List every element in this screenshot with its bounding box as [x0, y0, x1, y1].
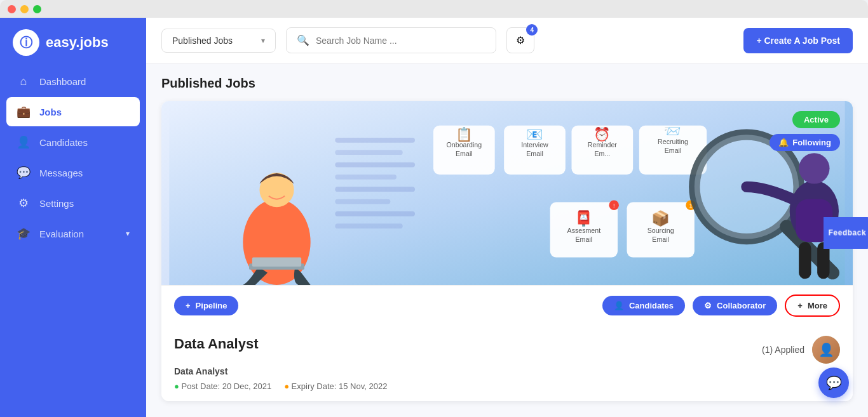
- graduation-icon: 🎓: [17, 227, 31, 241]
- svg-rect-7: [335, 162, 415, 168]
- chat-button[interactable]: 💬: [818, 367, 849, 398]
- chat-icon: 💬: [826, 375, 842, 390]
- svg-text:Email: Email: [576, 235, 593, 243]
- job-banner: Onboarding Email 📋 Interview Email 📧 Rem…: [161, 101, 853, 285]
- pipeline-label: Pipeline: [196, 301, 227, 310]
- filter-button[interactable]: ⚙ 4: [506, 27, 534, 53]
- svg-rect-6: [335, 150, 402, 155]
- sidebar-item-label: Evaluation: [39, 228, 84, 239]
- gear-icon: ⚙: [704, 301, 712, 310]
- svg-text:📮: 📮: [574, 209, 593, 227]
- chevron-down-icon: ▾: [126, 229, 130, 238]
- main-content: Published Jobs ▾ 🔍 ⚙ 4 + Create A Job Po…: [146, 18, 868, 417]
- chevron-down-icon: ▾: [261, 36, 265, 45]
- plus-icon: +: [186, 301, 191, 310]
- svg-text:📨: 📨: [665, 123, 682, 140]
- plus-icon: +: [797, 301, 803, 310]
- job-info: Data Analyst (1) Applied 👤 Data Analyst …: [161, 326, 853, 401]
- sidebar-item-settings[interactable]: ⚙ Settings: [6, 189, 140, 218]
- post-date-dot: ●: [174, 381, 181, 391]
- sidebar-item-dashboard[interactable]: ⌂ Dashboard: [6, 67, 140, 96]
- chat-icon: 💬: [17, 166, 31, 180]
- page-title: Published Jobs: [161, 76, 853, 91]
- collaborator-label: Collaborator: [717, 301, 766, 310]
- job-meta: ● Post Date: 20 Dec, 2021 ● Expiry Date:…: [174, 381, 840, 391]
- logo-icon: ⓘ: [13, 29, 39, 56]
- maximize-button[interactable]: [33, 5, 41, 13]
- close-button[interactable]: [8, 5, 16, 13]
- sidebar-item-label: Jobs: [39, 107, 62, 117]
- avatar-image: 👤: [812, 336, 840, 364]
- more-button[interactable]: + More: [785, 295, 840, 317]
- sidebar-item-evaluation[interactable]: 🎓 Evaluation ▾: [6, 219, 140, 248]
- svg-text:📦: 📦: [651, 209, 670, 227]
- sidebar-item-label: Settings: [39, 198, 74, 209]
- svg-rect-11: [335, 211, 415, 216]
- svg-text:Email: Email: [456, 150, 473, 157]
- sidebar-item-label: Candidates: [39, 137, 88, 148]
- bell-icon: 🔔: [778, 138, 789, 147]
- sidebar: ⓘ easy.jobs ⌂ Dashboard 💼 Jobs 👤 Candida…: [0, 18, 146, 417]
- candidates-label: Candidates: [629, 301, 674, 310]
- more-label: More: [808, 301, 827, 310]
- header: Published Jobs ▾ 🔍 ⚙ 4 + Create A Job Po…: [146, 18, 868, 63]
- pipeline-button[interactable]: + Pipeline: [174, 296, 238, 315]
- minimize-button[interactable]: [20, 5, 29, 13]
- filter-badge: 4: [526, 24, 538, 36]
- svg-text:Email: Email: [652, 235, 669, 243]
- sidebar-item-candidates[interactable]: 👤 Candidates: [6, 128, 140, 157]
- logo[interactable]: ⓘ easy.jobs: [0, 18, 146, 67]
- svg-rect-12: [335, 223, 402, 228]
- page-body: Published Jobs: [146, 63, 868, 417]
- action-bar: + Pipeline 👤 Candidates ⚙ Collaborator +: [161, 285, 853, 326]
- svg-text:Email: Email: [526, 150, 543, 157]
- expiry-date: Expiry Date: 15 Nov, 2022: [292, 381, 388, 391]
- svg-text:Email: Email: [665, 147, 682, 154]
- applied-count: (1) Applied: [762, 345, 804, 355]
- collaborator-button[interactable]: ⚙ Collaborator: [693, 296, 777, 315]
- candidates-button[interactable]: 👤 Candidates: [602, 296, 685, 315]
- avatar: 👤: [812, 336, 840, 364]
- svg-point-45: [799, 153, 829, 183]
- published-jobs-dropdown[interactable]: Published Jobs ▾: [161, 29, 276, 53]
- titlebar: [0, 0, 868, 18]
- filter-icon: ⚙: [516, 34, 525, 46]
- svg-rect-10: [335, 199, 390, 204]
- post-date: Post Date: 20 Dec, 2021: [181, 381, 271, 391]
- svg-text:Assesment: Assesment: [567, 227, 601, 234]
- user-icon: 👤: [17, 135, 31, 149]
- svg-text:Sourcing: Sourcing: [648, 227, 674, 234]
- job-subtitle: Data Analyst: [174, 366, 840, 376]
- sidebar-item-jobs[interactable]: 💼 Jobs: [6, 97, 140, 126]
- logo-text: easy.jobs: [46, 34, 109, 51]
- briefcase-icon: 💼: [17, 105, 31, 119]
- sidebar-item-messages[interactable]: 💬 Messages: [6, 158, 140, 187]
- svg-text:Em...: Em...: [594, 150, 610, 157]
- search-bar: 🔍: [286, 27, 496, 53]
- feedback-tab[interactable]: Feedback: [824, 216, 868, 248]
- job-title: Data Analyst: [174, 336, 258, 352]
- job-card: Onboarding Email 📋 Interview Email 📧 Rem…: [161, 101, 853, 401]
- svg-text:⏰: ⏰: [593, 126, 611, 143]
- following-badge: 🔔 Following: [770, 134, 840, 151]
- svg-text:📋: 📋: [456, 126, 473, 143]
- sidebar-item-label: Messages: [39, 168, 83, 178]
- svg-rect-9: [335, 187, 415, 192]
- gear-icon: ⚙: [17, 196, 31, 210]
- expiry-date-dot: ●: [284, 381, 291, 391]
- home-icon: ⌂: [17, 75, 31, 88]
- user-icon: 👤: [614, 301, 624, 310]
- svg-rect-4: [252, 258, 301, 267]
- svg-text:!: !: [613, 202, 614, 209]
- create-job-post-button[interactable]: + Create A Job Post: [743, 28, 853, 53]
- search-icon: 🔍: [297, 34, 309, 46]
- svg-rect-8: [335, 175, 397, 180]
- sidebar-item-label: Dashboard: [39, 76, 86, 87]
- active-badge: Active: [792, 111, 840, 128]
- banner-illustration: Onboarding Email 📋 Interview Email 📧 Rem…: [161, 101, 853, 285]
- svg-rect-47: [799, 242, 811, 279]
- search-input[interactable]: [316, 36, 485, 46]
- svg-rect-5: [335, 138, 415, 143]
- sidebar-nav: ⌂ Dashboard 💼 Jobs 👤 Candidates 💬 Messag…: [0, 67, 146, 417]
- dropdown-label: Published Jobs: [172, 36, 233, 46]
